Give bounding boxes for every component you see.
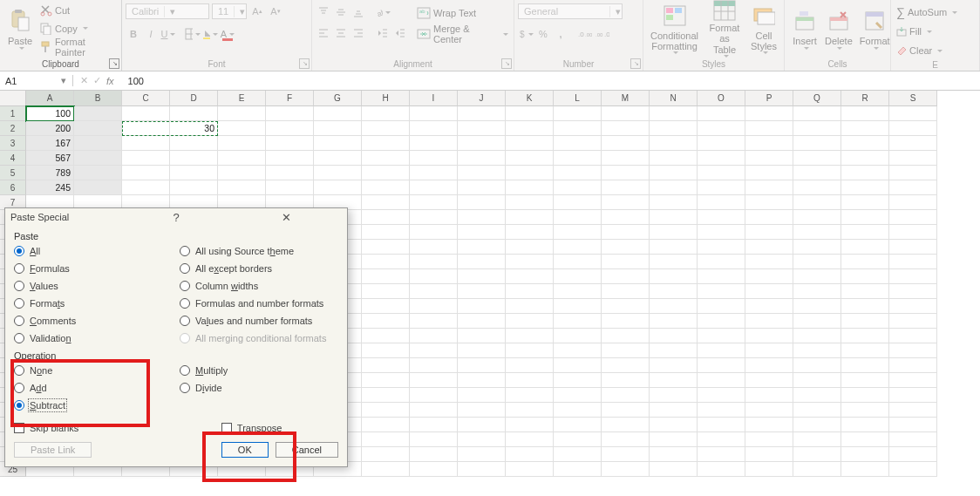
cell-R4[interactable] xyxy=(841,151,889,166)
cell-O16[interactable] xyxy=(698,329,745,343)
cell-O14[interactable] xyxy=(698,299,745,314)
cell-F4[interactable] xyxy=(266,151,314,166)
cell-L3[interactable] xyxy=(554,136,602,151)
cell-J23[interactable] xyxy=(458,432,506,447)
cell-F5[interactable] xyxy=(266,166,314,180)
cell-Q12[interactable] xyxy=(793,269,841,284)
cell-O21[interactable] xyxy=(698,403,745,418)
dialog-close-button[interactable]: ✕ xyxy=(231,211,342,224)
cell-R16[interactable] xyxy=(841,329,889,343)
cell-S5[interactable] xyxy=(889,166,937,180)
align-middle-button[interactable] xyxy=(333,4,349,20)
cell-B1[interactable] xyxy=(74,106,122,121)
cell-N17[interactable] xyxy=(650,343,698,358)
cell-N10[interactable] xyxy=(650,240,698,255)
ok-button[interactable]: OK xyxy=(221,442,269,458)
format-painter-button[interactable]: Format Painter xyxy=(38,38,118,56)
cell-H3[interactable] xyxy=(362,136,410,151)
paste-radio-src_theme[interactable]: All using Source theme xyxy=(180,243,326,258)
increase-decimal-button[interactable]: .0.00 xyxy=(577,26,593,42)
cell-I23[interactable] xyxy=(410,432,458,447)
cell-H18[interactable] xyxy=(362,358,410,373)
increase-font-button[interactable]: A▴ xyxy=(249,3,265,19)
cell-K7[interactable] xyxy=(506,195,554,210)
cell-F3[interactable] xyxy=(266,136,314,151)
cell-B2[interactable] xyxy=(74,121,122,136)
cell-A4[interactable]: 567 xyxy=(26,151,74,166)
cell-H20[interactable] xyxy=(362,388,410,403)
decrease-decimal-button[interactable]: .00.0 xyxy=(595,26,610,42)
cell-R12[interactable] xyxy=(841,269,889,284)
cell-R10[interactable] xyxy=(841,240,889,255)
cell-H2[interactable] xyxy=(362,121,410,136)
cell-K5[interactable] xyxy=(506,166,554,180)
cell-H17[interactable] xyxy=(362,343,410,358)
cell-H25[interactable] xyxy=(362,462,410,477)
cancel-button[interactable]: Cancel xyxy=(276,442,338,458)
cell-M11[interactable] xyxy=(602,255,650,269)
cell-M2[interactable] xyxy=(602,121,650,136)
cell-R1[interactable] xyxy=(841,106,889,121)
col-header-A[interactable]: A xyxy=(26,91,74,106)
cell-O9[interactable] xyxy=(698,225,745,240)
cell-O5[interactable] xyxy=(698,166,745,180)
cell-P17[interactable] xyxy=(745,343,793,358)
cell-E1[interactable] xyxy=(218,106,266,121)
cell-N12[interactable] xyxy=(650,269,698,284)
cell-L12[interactable] xyxy=(554,269,602,284)
dialog-titlebar[interactable]: Paste Special ? ✕ xyxy=(5,208,347,226)
cell-N9[interactable] xyxy=(650,225,698,240)
cell-N1[interactable] xyxy=(650,106,698,121)
cell-R8[interactable] xyxy=(841,210,889,225)
cell-G2[interactable] xyxy=(314,121,362,136)
col-header-G[interactable]: G xyxy=(314,91,362,106)
cell-R6[interactable] xyxy=(841,180,889,195)
cell-H4[interactable] xyxy=(362,151,410,166)
cell-R18[interactable] xyxy=(841,358,889,373)
cell-S23[interactable] xyxy=(889,432,937,447)
cell-S9[interactable] xyxy=(889,225,937,240)
cell-O12[interactable] xyxy=(698,269,745,284)
cell-L17[interactable] xyxy=(554,343,602,358)
cell-M1[interactable] xyxy=(602,106,650,121)
cell-J16[interactable] xyxy=(458,329,506,343)
cell-J5[interactable] xyxy=(458,166,506,180)
name-box[interactable]: ▾ xyxy=(0,75,73,86)
cell-K15[interactable] xyxy=(506,314,554,329)
cell-N8[interactable] xyxy=(650,210,698,225)
cell-H16[interactable] xyxy=(362,329,410,343)
cell-S1[interactable] xyxy=(889,106,937,121)
insert-cells-button[interactable]: Insert xyxy=(788,2,821,56)
cell-P12[interactable] xyxy=(745,269,793,284)
cell-H14[interactable] xyxy=(362,299,410,314)
cell-J17[interactable] xyxy=(458,343,506,358)
font-color-button[interactable]: A xyxy=(220,26,235,42)
cell-L22[interactable] xyxy=(554,418,602,432)
paste-link-button[interactable]: Paste Link xyxy=(14,442,92,458)
cell-P15[interactable] xyxy=(745,314,793,329)
cell-K8[interactable] xyxy=(506,210,554,225)
cell-P18[interactable] xyxy=(745,358,793,373)
cell-J13[interactable] xyxy=(458,284,506,299)
cell-K13[interactable] xyxy=(506,284,554,299)
col-header-R[interactable]: R xyxy=(841,91,889,106)
cell-O7[interactable] xyxy=(698,195,745,210)
cell-I18[interactable] xyxy=(410,358,458,373)
cell-K11[interactable] xyxy=(506,255,554,269)
paste-radio-all[interactable]: All xyxy=(14,243,180,258)
transpose-checkbox[interactable]: Transpose xyxy=(221,423,338,433)
paste-radio-formats[interactable]: Formats xyxy=(14,296,180,310)
autosum-button[interactable]: ∑AutoSum xyxy=(895,3,959,21)
cell-P6[interactable] xyxy=(745,180,793,195)
cell-O6[interactable] xyxy=(698,180,745,195)
align-left-button[interactable] xyxy=(316,25,331,41)
cell-N5[interactable] xyxy=(650,166,698,180)
col-header-Q[interactable]: Q xyxy=(793,91,841,106)
clipboard-dialog-launcher[interactable]: ↘ xyxy=(109,58,119,69)
cell-I17[interactable] xyxy=(410,343,458,358)
cell-R11[interactable] xyxy=(841,255,889,269)
cell-N14[interactable] xyxy=(650,299,698,314)
cell-N24[interactable] xyxy=(650,447,698,462)
cell-K10[interactable] xyxy=(506,240,554,255)
col-header-S[interactable]: S xyxy=(889,91,937,106)
